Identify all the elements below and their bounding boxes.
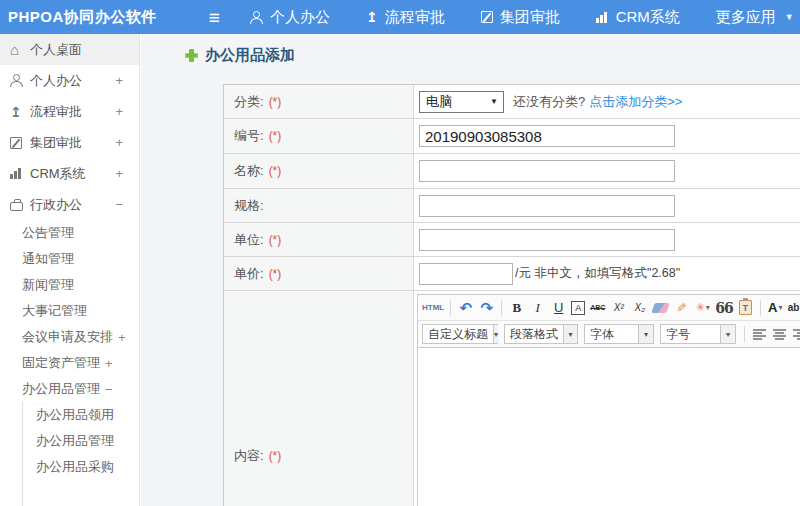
sidebar-item-news-mgmt[interactable]: 新闻管理	[22, 272, 139, 298]
custom-title-select[interactable]: 自定义标题 ▾	[422, 324, 498, 344]
align-center-icon	[773, 328, 787, 341]
sidebar-item-memorabilia-mgmt[interactable]: 大事记管理	[22, 298, 139, 324]
italic-button[interactable]: I	[529, 298, 546, 318]
price-input[interactable]	[419, 263, 513, 285]
nav-crm-system[interactable]: CRM系统	[596, 8, 680, 27]
label-text: 单价:	[234, 265, 264, 283]
sidebar-item-supplies-management[interactable]: 办公用品管理	[36, 428, 139, 454]
collapse-toggle[interactable]: −	[115, 197, 123, 212]
sidebar-item-supplies-purchase[interactable]: 办公用品采购	[36, 454, 139, 480]
label-text: 分类:	[234, 93, 264, 111]
align-center-button[interactable]	[773, 328, 787, 341]
collapse-toggle[interactable]: −	[105, 382, 113, 397]
undo-button[interactable]: ↶	[457, 298, 474, 318]
expand-toggle[interactable]: +	[115, 166, 123, 181]
price-format-hint: /元 非中文，如填写格式"2.68"	[515, 265, 680, 282]
format-brush-button[interactable]: ✎	[673, 298, 690, 318]
sidebar-item-fixed-assets-mgmt[interactable]: 固定资产管理 +	[22, 350, 139, 376]
underline-button[interactable]: U	[550, 298, 567, 318]
sidebar-item-personal-desktop[interactable]: ⌂ 个人桌面	[0, 34, 139, 65]
form-row-price: 单价: (*) /元 非中文，如填写格式"2.68"	[224, 257, 800, 291]
sidebar-item-office-supplies-mgmt[interactable]: 办公用品管理 −	[22, 376, 139, 402]
subscript-button[interactable]: X₂	[631, 298, 648, 318]
nav-personal-office[interactable]: 个人办公	[250, 8, 330, 27]
sidebar-item-personal-office[interactable]: 个人办公 +	[0, 65, 139, 96]
expand-toggle[interactable]: +	[115, 73, 123, 88]
expand-toggle[interactable]: +	[118, 330, 126, 345]
strikethrough-button[interactable]: ABC	[589, 298, 606, 318]
sidebar-item-label: 个人办公	[30, 72, 82, 90]
expand-toggle[interactable]: +	[115, 104, 123, 119]
char-border-button[interactable]: A	[571, 301, 585, 315]
content-label: 内容: (*)	[224, 291, 414, 506]
sidebar-item-meeting-request[interactable]: 会议申请及安排 +	[22, 324, 139, 350]
font-color-button[interactable]: A▾	[767, 298, 784, 318]
category-label: 分类: (*)	[224, 85, 414, 118]
editor-toolbar-row2: 自定义标题 ▾ 段落格式 ▾ 字体 ▾ 字号 ▾	[418, 321, 800, 348]
spec-input[interactable]	[419, 195, 675, 217]
category-field: 电脑 ▼ 还没有分类? 点击添加分类>>	[414, 85, 800, 118]
align-left-icon	[753, 328, 767, 341]
toolbar-separator	[760, 300, 761, 316]
superscript-button[interactable]: X²	[610, 298, 627, 318]
required-mark: (*)	[269, 129, 282, 143]
sidebar-item-crm-system[interactable]: CRM系统 +	[0, 158, 139, 189]
sidebar-item-announcement-mgmt[interactable]: 公告管理	[22, 220, 139, 246]
redo-button[interactable]: ↷	[478, 298, 495, 318]
page-header: 办公用品添加	[185, 46, 295, 65]
sidebar-item-label: 办公用品管理	[36, 432, 114, 450]
nav-more-apps[interactable]: 更多应用 ▼	[716, 8, 794, 27]
expand-toggle[interactable]: +	[105, 356, 113, 371]
font-size-select[interactable]: 字号 ▾	[660, 324, 736, 344]
category-select[interactable]: 电脑 ▼	[419, 91, 504, 113]
bar-chart-icon	[596, 12, 609, 23]
font-family-select[interactable]: 字体 ▾	[584, 324, 654, 344]
nav-label: 集团审批	[500, 8, 560, 27]
paragraph-format-select[interactable]: 段落格式 ▾	[504, 324, 578, 344]
topbar: PHPOA协同办公软件 ≡ 个人办公 ↥ 流程审批 集团审批 CRM系统 更多应…	[0, 0, 800, 34]
name-input[interactable]	[419, 160, 675, 182]
add-category-link[interactable]: 点击添加分类>>	[589, 93, 682, 111]
paste-plain-text-button[interactable]: T	[737, 298, 754, 318]
highlight-button[interactable]: ab✎▾	[788, 298, 800, 318]
bar-chart-icon	[10, 168, 30, 179]
hamburger-menu-icon[interactable]: ≡	[209, 8, 220, 27]
caret-down-icon: ▾	[638, 325, 653, 343]
app-logo: PHPOA协同办公软件	[8, 8, 157, 27]
blockquote-button[interactable]: 66	[715, 298, 732, 318]
remove-format-button[interactable]	[652, 298, 669, 318]
align-right-button[interactable]	[793, 328, 800, 341]
editor-content-area[interactable]	[418, 348, 800, 506]
sidebar-item-label: 集团审批	[30, 134, 82, 152]
sidebar-item-label: 办公用品领用	[36, 406, 114, 424]
price-label: 单价: (*)	[224, 257, 414, 290]
caret-down-icon: ▾	[706, 303, 710, 312]
required-mark: (*)	[269, 95, 282, 109]
auto-typeset-button[interactable]: ✳▾	[694, 298, 711, 318]
toolbar-separator	[450, 300, 451, 316]
source-code-button[interactable]: HTML	[422, 298, 444, 318]
sidebar-item-workflow-approval[interactable]: ↥ 流程审批 +	[0, 96, 139, 127]
clipboard-icon: T	[739, 300, 752, 315]
add-supply-form: 分类: (*) 电脑 ▼ 还没有分类? 点击添加分类>> 编号: (*)	[223, 84, 800, 506]
form-row-spec: 规格:	[224, 189, 800, 223]
sidebar-item-group-approval[interactable]: 集团审批 +	[0, 127, 139, 158]
nav-workflow-approval[interactable]: ↥ 流程审批	[366, 8, 445, 27]
sidebar-item-label: 流程审批	[30, 103, 82, 121]
nav-group-approval[interactable]: 集团审批	[481, 8, 560, 27]
sidebar-item-notice-mgmt[interactable]: 通知管理	[22, 246, 139, 272]
expand-toggle[interactable]: +	[115, 135, 123, 150]
upload-icon: ↥	[10, 105, 30, 119]
sidebar-item-admin-office[interactable]: 行政办公 −	[0, 189, 139, 220]
bold-button[interactable]: B	[508, 298, 525, 318]
spec-label: 规格:	[224, 189, 414, 222]
unit-input[interactable]	[419, 229, 675, 251]
sparkle-icon: ✳	[696, 301, 705, 314]
user-icon	[250, 11, 263, 24]
form-row-code: 编号: (*)	[224, 119, 800, 154]
nav-label: 更多应用	[716, 8, 776, 27]
required-mark: (*)	[269, 233, 282, 247]
sidebar-item-supplies-requisition[interactable]: 办公用品领用	[36, 402, 139, 428]
align-left-button[interactable]	[753, 328, 767, 341]
code-input[interactable]	[419, 125, 675, 147]
